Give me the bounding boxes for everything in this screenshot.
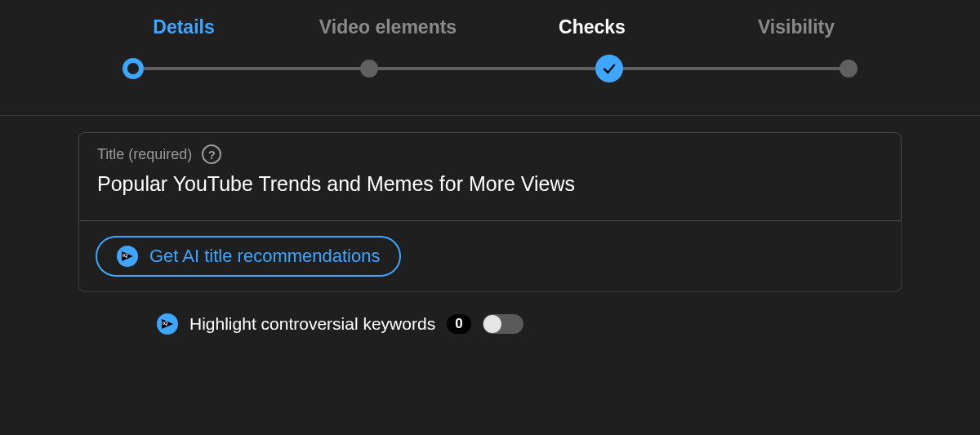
highlight-keywords-toggle[interactable]: [483, 314, 523, 334]
step-dot-visibility[interactable]: [840, 60, 858, 78]
step-dot-details[interactable]: [122, 58, 144, 79]
keyword-count-badge: 0: [447, 314, 470, 334]
step-dot-video-elements[interactable]: [360, 60, 378, 78]
step-visibility[interactable]: Visibility: [694, 16, 898, 38]
title-field-card: Title (required) ?: [78, 132, 902, 221]
iq-flag-icon: IQ: [157, 313, 178, 335]
get-ai-title-button[interactable]: IQ Get AI title recommendations: [96, 236, 401, 277]
help-icon[interactable]: ?: [202, 144, 221, 164]
title-input[interactable]: [97, 172, 883, 196]
step-dot-checks[interactable]: [595, 55, 623, 82]
stepper: Details Video elements Checks Visibility: [0, 0, 980, 116]
title-field-label: Title (required): [97, 146, 192, 163]
highlight-keywords-label: Highlight controversial keywords: [189, 314, 435, 334]
ai-recommendations-row: IQ Get AI title recommendations: [78, 221, 902, 292]
step-video-elements[interactable]: Video elements: [286, 16, 490, 38]
iq-flag-icon: IQ: [117, 246, 138, 267]
check-icon: [601, 60, 617, 77]
highlight-keywords-row: IQ Highlight controversial keywords 0: [157, 313, 902, 335]
step-details[interactable]: Details: [82, 16, 286, 38]
step-checks[interactable]: Checks: [490, 16, 694, 38]
toggle-knob: [483, 315, 501, 333]
stepper-track: [122, 55, 858, 82]
ai-button-label: Get AI title recommendations: [149, 246, 380, 267]
